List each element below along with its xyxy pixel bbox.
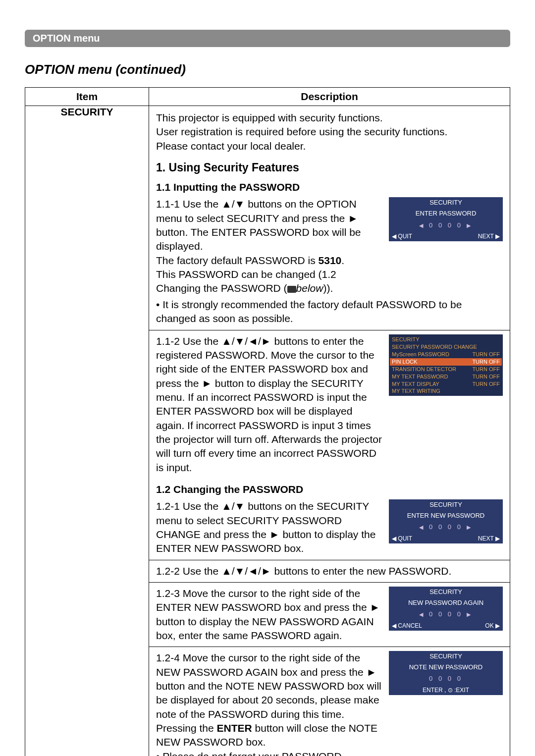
desc-security: This projector is equipped with security… — [149, 106, 510, 756]
osd-sub: ENTER PASSWORD — [389, 208, 503, 219]
osd-footer: QUIT NEXT — [389, 231, 503, 241]
forget-note: • Please do not forget your PASSWORD. — [156, 750, 383, 756]
heading-using-security: 1. Using Security Features — [156, 160, 503, 175]
osd-enter-new-password: SECURITY ENTER NEW PASSWORD ◀ 0 0 0 0 ▶ … — [389, 499, 503, 543]
step-1-2-4: 1.2-4 Move the cursor to the right side … — [156, 651, 503, 756]
step-num: 1.1-1 — [156, 198, 180, 210]
th-desc: Description — [149, 88, 510, 106]
step-text: Use the ▲/▼/◄/► buttons to enter the new… — [183, 565, 452, 577]
osd-enter-password: SECURITY ENTER PASSWORD ◀ 0 0 0 0 ▶ QUIT… — [389, 197, 503, 241]
intro-l1: This projector is equipped with security… — [156, 111, 503, 125]
option-table: Item Description SECURITY This projector… — [25, 87, 510, 756]
default-pw-a: The factory default PASSWORD is — [156, 255, 319, 266]
intro-l3: Please contact your local dealer. — [156, 139, 503, 153]
osd-digits: ◀ 0 0 0 0 ▶ — [389, 219, 503, 232]
step-1-2-2: 1.2-2 Use the ▲/▼/◄/► buttons to enter t… — [156, 564, 503, 578]
osd-next: NEXT — [478, 232, 500, 240]
step-text: Use the ▲/▼ buttons on the OPTION menu t… — [156, 198, 361, 252]
osd-note-new-password: SECURITY NOTE NEW PASSWORD 0 0 0 0 ENTER… — [389, 651, 503, 695]
step-num: 1.1-2 — [156, 335, 180, 347]
step-1-1-2: 1.1-2 Use the ▲/▼/◄/► buttons to enter t… — [156, 334, 503, 475]
heading-input-password: 1.1 Inputting the PASSWORD — [156, 180, 503, 194]
header-bar: OPTION menu — [25, 30, 510, 47]
change-ref-c: )). — [323, 282, 333, 294]
step-text: Move the cursor to the right side of the… — [156, 652, 381, 719]
default-pw: 5310 — [319, 255, 342, 266]
step-1-1-1: 1.1-1 Use the ▲/▼ buttons on the OPTION … — [156, 197, 503, 295]
divider — [149, 560, 510, 560]
step-text: Use the ▲/▼ buttons on the SECURITY menu… — [156, 500, 375, 554]
divider — [149, 647, 510, 647]
step-1-2-3: 1.2-3 Move the cursor to the right side … — [156, 587, 503, 643]
osd-title: SECURITY — [389, 197, 503, 208]
recommend-note: • It is strongly recommended the factory… — [156, 298, 503, 326]
heading-change-password: 1.2 Changing the PASSWORD — [156, 483, 503, 496]
book-icon — [287, 286, 296, 293]
step-text: Move the cursor to the right side of the… — [156, 588, 380, 641]
header-label: OPTION menu — [33, 33, 100, 44]
divider — [149, 582, 510, 583]
osd-security-menu: SECURITY SECURITY PASSWORD CHANGE MyScre… — [389, 334, 503, 396]
step-1-2-1: 1.2-1 Use the ▲/▼ buttons on the SECURIT… — [156, 499, 503, 555]
step-num: 1.2-3 — [156, 588, 180, 599]
th-item: Item — [25, 88, 149, 106]
default-pw-c: . — [341, 255, 344, 266]
step-num: 1.2-1 — [156, 500, 180, 512]
section-title: OPTION menu (continued) — [25, 62, 510, 77]
step-num: 1.2-2 — [156, 565, 180, 577]
step-text-2: If an incorrect PASSWORD is input the EN… — [156, 391, 382, 473]
item-security: SECURITY — [25, 106, 149, 756]
intro-l2: User registration is required before usi… — [156, 125, 503, 139]
osd-menu-title: SECURITY — [390, 335, 502, 344]
divider — [149, 330, 510, 330]
osd-new-password-again: SECURITY NEW PASSWORD AGAIN ◀ 0 0 0 0 ▶ … — [389, 587, 503, 631]
step-num: 1.2-4 — [156, 652, 180, 663]
change-ref-b: below — [296, 282, 323, 294]
osd-quit: QUIT — [392, 232, 412, 240]
